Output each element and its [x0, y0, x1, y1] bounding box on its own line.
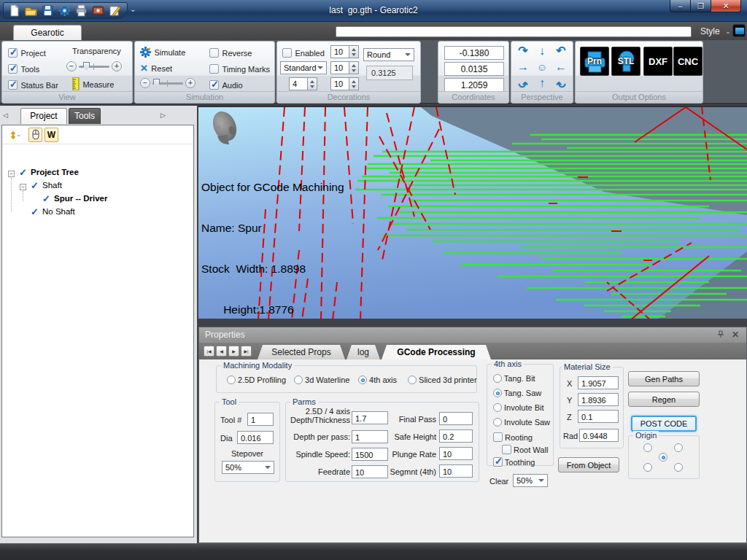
ribbon-tab-gearotic[interactable]: Gearotic [13, 25, 82, 40]
slider-track[interactable] [152, 82, 183, 85]
clear-dropdown[interactable]: 50% [513, 474, 548, 487]
checkbox-enabled[interactable]: Enabled [282, 46, 325, 59]
arrow-up-icon[interactable]: ↑ [533, 75, 551, 91]
final-pass-input[interactable] [439, 412, 473, 425]
checkbox-root-wall[interactable]: Root Wall [502, 445, 548, 454]
checkbox-reverse[interactable]: Reverse [209, 46, 252, 59]
transparency-slider[interactable]: − + [66, 61, 122, 71]
from-object-button[interactable]: From Object [558, 457, 619, 472]
style-printer-icon[interactable] [732, 24, 746, 37]
properties-header[interactable]: Properties ✕ [199, 327, 746, 343]
stl-output-button[interactable]: STL [611, 47, 640, 76]
collapse-icon[interactable]: − [20, 184, 26, 190]
decor-count-spinner[interactable]: 4 [289, 77, 317, 90]
checkbox-tools-box[interactable] [8, 64, 18, 74]
profile-tool-button[interactable]: ◆◆ ⌄ [6, 128, 26, 142]
material-x-input[interactable] [578, 376, 619, 389]
slider-plus-button[interactable]: + [185, 78, 196, 88]
slider-thumb[interactable] [153, 79, 160, 88]
arrow-left-icon[interactable]: ← [551, 59, 570, 75]
tab-gcode-processing[interactable]: GCode Processing [382, 345, 491, 359]
origin-center-radio[interactable] [659, 453, 667, 462]
depth-per-pass-input[interactable] [352, 430, 388, 443]
gen-paths-button[interactable]: Gen Paths [628, 371, 700, 386]
origin-top-left-radio[interactable] [643, 443, 652, 452]
restore-button[interactable]: ❐ [691, 0, 711, 12]
safe-height-input[interactable] [439, 429, 473, 443]
checkbox-toothing[interactable]: Toothing [493, 457, 535, 467]
origin-bottom-right-radio[interactable] [674, 463, 683, 472]
print-output-button[interactable]: Prn [580, 47, 609, 76]
radio-involute-bit[interactable]: Involute Bit [493, 403, 543, 412]
pin-icon[interactable] [717, 330, 724, 340]
checkbox-project-box[interactable] [8, 48, 18, 58]
dxf-output-button[interactable]: DXF [643, 47, 673, 76]
rotate-cw-icon[interactable]: ↷ [514, 43, 533, 59]
radio-4th-axis[interactable]: 4th axis [358, 376, 397, 384]
tab-nav-next[interactable]: ▶ [228, 346, 239, 357]
origin-bottom-left-radio[interactable] [643, 463, 652, 472]
decor-spinner-top[interactable]: 10 [330, 45, 359, 58]
arrow-down-icon[interactable]: ↓ [533, 43, 551, 59]
tab-nav-first[interactable]: |◀ [204, 346, 214, 357]
coordinate-x-field[interactable]: -0.1380 [444, 46, 504, 60]
checkbox-timing-marks-box[interactable] [209, 64, 219, 74]
arrow-right-icon[interactable]: → [514, 59, 533, 75]
style-dropdown[interactable]: Style [700, 26, 720, 36]
material-y-input[interactable] [578, 393, 619, 406]
minimize-button[interactable]: – [670, 0, 691, 12]
stepover-dropdown[interactable]: 50% [222, 461, 274, 474]
tab-scroll-left-icon[interactable]: ◁ [3, 112, 8, 119]
ribbon-textbox[interactable] [336, 26, 692, 37]
chevron-down-icon[interactable]: ⌄ [725, 28, 731, 35]
reset-button[interactable]: ✕ Reset [140, 61, 172, 74]
checkbox-reverse-box[interactable] [209, 48, 219, 58]
checkbox-audio-box[interactable] [209, 80, 219, 90]
checkbox-status-bar[interactable]: Status Bar [8, 78, 58, 91]
rotate-cw-up-icon[interactable]: ↷ [514, 75, 533, 91]
material-z-input[interactable] [578, 410, 619, 423]
decor-spinner-mid[interactable]: 10 [330, 61, 359, 74]
round-value-field[interactable]: 0.3125 [366, 66, 413, 80]
spindle-speed-input[interactable] [352, 448, 388, 461]
close-button[interactable]: ✕ [711, 0, 741, 12]
checkbox-audio[interactable]: Audio [209, 78, 243, 91]
checkbox-tools[interactable]: Tools [8, 62, 39, 75]
decor-spinner-bottom[interactable]: 10 [330, 77, 359, 90]
collapse-icon[interactable]: − [8, 171, 15, 177]
coordinate-y-field[interactable]: 0.0135 [444, 62, 504, 76]
checkbox-status-bar-box[interactable] [8, 80, 18, 90]
checkbox-timing-marks[interactable]: Timing Marks [209, 62, 270, 75]
material-rad-input[interactable] [579, 429, 619, 442]
origin-top-right-radio[interactable] [674, 443, 683, 452]
measure-button[interactable]: Measure [72, 77, 114, 90]
radio-25d-profiling[interactable]: 2.5D Profiling [227, 376, 286, 384]
slider-thumb[interactable] [83, 62, 90, 71]
rotate-ccw-up-icon[interactable]: ↶ [551, 75, 570, 91]
checkbox-rooting[interactable]: Rooting [493, 432, 533, 442]
reset-view-smiley-icon[interactable]: ☺ [533, 59, 551, 75]
tab-nav-prev[interactable]: ◀ [216, 346, 227, 357]
tab-log[interactable]: log [347, 345, 380, 359]
close-icon[interactable]: ✕ [732, 330, 739, 340]
coordinate-z-field[interactable]: 1.2059 [444, 78, 504, 92]
depth-thickness-input[interactable] [352, 411, 388, 424]
round-dropdown[interactable]: Round [363, 48, 414, 61]
tab-project[interactable]: Project [20, 108, 67, 124]
slider-minus-button[interactable]: − [140, 78, 150, 88]
rotate-ccw-icon[interactable]: ↶ [551, 43, 570, 59]
feedrate-input[interactable] [352, 465, 388, 478]
radio-3d-waterline[interactable]: 3d Waterline [294, 376, 349, 384]
post-code-button[interactable]: POST CODE [631, 416, 697, 432]
tool-number-input[interactable] [247, 413, 274, 426]
wireframe-button[interactable]: W [44, 128, 58, 142]
simulate-button[interactable]: Simulate [140, 45, 185, 58]
standard-dropdown[interactable]: Standard [280, 61, 327, 74]
tool-dia-input[interactable] [237, 431, 274, 444]
plunge-rate-input[interactable] [439, 447, 473, 460]
tab-nav-last[interactable]: ▶| [241, 346, 252, 357]
radio-tang-saw[interactable]: Tang. Saw [493, 389, 541, 397]
mouse-mode-button[interactable] [28, 128, 42, 142]
viewport-3d[interactable]: Object for GCode Machining Name: Spur St… [198, 106, 747, 319]
radio-sliced-3d-printer[interactable]: Sliced 3d printer [408, 376, 477, 384]
